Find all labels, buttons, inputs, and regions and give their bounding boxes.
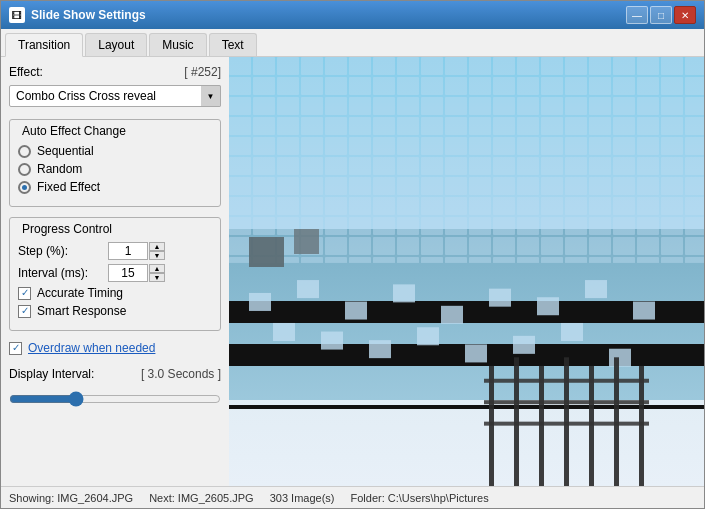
status-folder: Folder: C:\Users\hp\Pictures [350,492,488,504]
svg-rect-23 [589,366,594,486]
content-area: Effect: [ #252] Combo Criss Cross reveal… [1,57,704,486]
minimize-button[interactable]: — [626,6,648,24]
fixed-effect-radio[interactable] [18,181,31,194]
accurate-timing-row: Accurate Timing [18,286,212,300]
transition-overlay [229,57,704,486]
status-count: 303 Image(s) [270,492,335,504]
tab-text[interactable]: Text [209,33,257,56]
smart-response-row: Smart Response [18,304,212,318]
interval-spinner: ▲ ▼ [149,264,165,282]
interval-input[interactable] [108,264,148,282]
smart-response-checkbox[interactable] [18,305,31,318]
interval-row: Interval (ms): ▲ ▼ [18,264,212,282]
app-icon: 🎞 [9,7,25,23]
sequential-row: Sequential [18,144,212,158]
svg-rect-17 [561,323,583,341]
svg-rect-2 [249,293,271,311]
svg-rect-3 [297,280,319,298]
svg-rect-15 [465,344,487,362]
display-interval-slider[interactable] [9,391,221,407]
svg-rect-12 [321,332,343,350]
auto-effect-group: Auto Effect Change Sequential Random Fix… [9,119,221,207]
svg-rect-27 [484,400,649,404]
dropdown-arrow-icon[interactable]: ▼ [201,85,221,107]
accurate-timing-checkbox[interactable] [18,287,31,300]
svg-rect-18 [609,349,631,367]
svg-rect-7 [489,289,511,307]
interval-down-button[interactable]: ▼ [149,273,165,282]
overdraw-row: Overdraw when needed [9,341,221,355]
status-next: Next: IMG_2605.JPG [149,492,254,504]
svg-rect-11 [273,323,295,341]
step-down-button[interactable]: ▼ [149,251,165,260]
interval-label: Interval (ms): [18,266,108,280]
svg-rect-5 [393,284,415,302]
svg-rect-26 [484,379,649,383]
maximize-button[interactable]: □ [650,6,672,24]
random-label: Random [37,162,82,176]
tab-transition[interactable]: Transition [5,33,83,57]
svg-rect-10 [633,302,655,320]
sequential-label: Sequential [37,144,94,158]
svg-rect-28 [484,422,649,426]
display-interval-label: Display Interval: [9,367,94,381]
smart-response-label: Smart Response [37,304,126,318]
window-title: Slide Show Settings [31,8,626,22]
step-spinner: ▲ ▼ [149,242,165,260]
svg-rect-19 [489,366,494,486]
building-left [249,237,284,267]
left-panel: Effect: [ #252] Combo Criss Cross reveal… [1,57,229,486]
progress-control-group: Progress Control Step (%): ▲ ▼ Interval … [9,217,221,331]
effect-dropdown-container: Combo Criss Cross reveal ▼ [9,85,221,107]
display-interval-value: [ 3.0 Seconds ] [141,367,221,381]
preview-image [229,57,704,486]
tab-music[interactable]: Music [149,33,206,56]
svg-rect-14 [417,327,439,345]
preview-panel [229,57,704,486]
status-bar: Showing: IMG_2604.JPG Next: IMG_2605.JPG… [1,486,704,508]
tab-layout[interactable]: Layout [85,33,147,56]
tabs-bar: Transition Layout Music Text [1,29,704,57]
display-interval-row: Display Interval: [ 3.0 Seconds ] [9,367,221,381]
overdraw-label[interactable]: Overdraw when needed [28,341,155,355]
building-right [294,229,319,254]
accurate-timing-label: Accurate Timing [37,286,123,300]
effect-row: Effect: [ #252] [9,65,221,79]
fixed-effect-label: Fixed Effect [37,180,100,194]
svg-rect-16 [513,336,535,354]
overdraw-checkbox[interactable] [9,342,22,355]
main-window: 🎞 Slide Show Settings — □ ✕ Transition L… [0,0,705,509]
step-label: Step (%): [18,244,108,258]
title-bar: 🎞 Slide Show Settings — □ ✕ [1,1,704,29]
close-button[interactable]: ✕ [674,6,696,24]
svg-rect-21 [539,366,544,486]
svg-rect-6 [441,306,463,324]
slider-container [9,391,221,410]
fixed-effect-row: Fixed Effect [18,180,212,194]
random-row: Random [18,162,212,176]
svg-rect-4 [345,302,367,320]
progress-control-title: Progress Control [18,222,116,236]
random-radio[interactable] [18,163,31,176]
step-input[interactable] [108,242,148,260]
svg-rect-25 [639,366,644,486]
auto-effect-title: Auto Effect Change [18,124,130,138]
effect-dropdown[interactable]: Combo Criss Cross reveal [9,85,221,107]
sequential-radio[interactable] [18,145,31,158]
interval-up-button[interactable]: ▲ [149,264,165,273]
step-row: Step (%): ▲ ▼ [18,242,212,260]
status-showing: Showing: IMG_2604.JPG [9,492,133,504]
effect-label: Effect: [9,65,43,79]
svg-rect-8 [537,297,559,315]
svg-rect-13 [369,340,391,358]
effect-count: [ #252] [184,65,221,79]
criss-cross-svg [229,57,704,486]
window-controls: — □ ✕ [626,6,696,24]
svg-rect-9 [585,280,607,298]
step-up-button[interactable]: ▲ [149,242,165,251]
